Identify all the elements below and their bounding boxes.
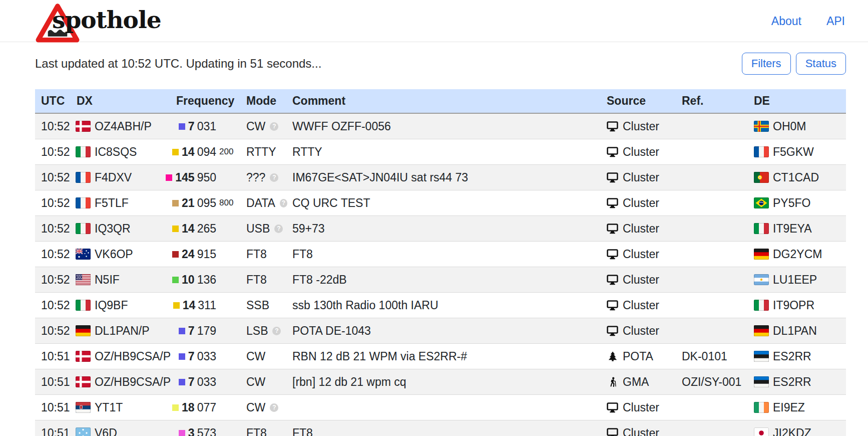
dx-callsign[interactable]: F4DXV [95, 171, 132, 184]
dx-callsign[interactable]: OZ/HB9CSA/P [95, 375, 171, 389]
spot-source-cell: GMA [601, 375, 676, 389]
spot-source-cell: Cluster [601, 426, 676, 436]
de-callsign[interactable]: CT1CAD [773, 171, 819, 184]
spot-time: 10:52 [35, 222, 73, 236]
spot-de-cell: IT9OPR [746, 299, 846, 312]
spot-comment: FT8 -22dB [287, 273, 601, 287]
mode-help-icon[interactable]: ? [272, 327, 281, 335]
dx-callsign[interactable]: IQ9BF [95, 299, 128, 312]
de-callsign[interactable]: F5GKW [773, 145, 814, 159]
flag-de-icon [754, 325, 769, 336]
filters-button[interactable]: Filters [742, 53, 791, 75]
band-color-square [179, 353, 185, 360]
monitor-icon [607, 249, 618, 260]
nav-link-api[interactable]: API [826, 15, 845, 28]
nav-link-about[interactable]: About [771, 15, 801, 28]
dx-callsign[interactable]: N5IF [95, 273, 120, 287]
dx-callsign[interactable]: OZ4ABH/P [95, 120, 152, 133]
source-label: Cluster [623, 222, 659, 236]
mode-help-icon[interactable]: ? [270, 173, 278, 182]
frequency-group: 145950 [172, 171, 216, 184]
mode-help-icon[interactable]: ? [274, 225, 283, 233]
flag-ax-icon [754, 121, 769, 132]
dx-callsign[interactable]: IQ3QR [95, 222, 131, 236]
de-callsign[interactable]: PY5FO [773, 196, 810, 210]
spot-comment: ssb 130th Radio 100th IARU [287, 299, 601, 312]
de-callsign[interactable]: JI2KDZ [773, 426, 811, 436]
dx-callsign[interactable]: IC8SQS [95, 145, 137, 159]
spot-mode-cell: DATA? [242, 196, 287, 210]
band-color-square [166, 174, 172, 181]
status-button[interactable]: Status [796, 53, 846, 75]
brand-name: spothole [52, 6, 161, 34]
pine-tree-icon [607, 351, 618, 361]
spot-frequency-cell: 10136 [172, 273, 242, 287]
frequency-group: 3573 [172, 426, 216, 436]
flag-fr-icon [754, 146, 769, 157]
table-row: 10:52F5TLF21095800DATA?CQ URC TESTCluste… [35, 190, 846, 216]
band-color-square [172, 277, 179, 283]
flag-it-icon [76, 146, 91, 157]
site-logo[interactable]: spothole [35, 2, 195, 41]
source-label: Cluster [623, 273, 659, 287]
dx-callsign[interactable]: DL1PAN/P [95, 324, 150, 338]
de-callsign[interactable]: IT9OPR [773, 299, 814, 312]
spot-time: 10:52 [35, 273, 73, 287]
spot-mode-cell: FT8 [242, 273, 287, 287]
frequency-group: 24915 [172, 248, 216, 261]
de-callsign[interactable]: DG2YCM [773, 248, 822, 261]
source-label: Cluster [623, 171, 659, 184]
spot-frequency-cell: 145950 [172, 171, 242, 184]
frequency-group: 14265 [172, 222, 216, 236]
spot-time: 10:51 [35, 401, 73, 414]
monitor-icon [607, 198, 618, 208]
frequency-group: 10136 [172, 273, 216, 287]
de-callsign[interactable]: ES2RR [773, 375, 811, 389]
mode-help-icon[interactable]: ? [270, 122, 278, 131]
de-callsign[interactable]: DL1PAN [773, 324, 817, 338]
spot-de-cell: PY5FO [746, 196, 846, 210]
dx-callsign[interactable]: VK6OP [95, 248, 133, 261]
mode-label: LSB [246, 324, 268, 338]
de-callsign[interactable]: IT9EYA [773, 222, 812, 236]
spot-time: 10:52 [35, 248, 73, 261]
mode-label: RTTY [246, 145, 276, 159]
de-callsign[interactable]: EI9EZ [773, 401, 805, 414]
flag-fr-icon [76, 197, 91, 208]
mode-help-icon[interactable]: ? [280, 199, 287, 207]
spot-comment: RTTY [287, 145, 601, 159]
spot-de-cell: IT9EYA [746, 222, 846, 236]
spot-de-cell: ES2RR [746, 375, 846, 389]
monitor-icon [607, 121, 618, 132]
spot-time: 10:52 [35, 145, 73, 159]
flag-ar-icon [754, 274, 769, 285]
de-callsign[interactable]: LU1EEP [773, 273, 817, 287]
spot-time: 10:52 [35, 171, 73, 184]
source-label: GMA [623, 375, 649, 389]
spot-time: 10:51 [35, 350, 73, 363]
spot-source-cell: Cluster [601, 145, 676, 159]
de-callsign[interactable]: ES2RR [773, 350, 811, 363]
dx-callsign[interactable]: YT1T [95, 401, 123, 414]
band-color-square [172, 251, 179, 258]
mode-help-icon[interactable]: ? [270, 403, 278, 412]
frequency-value: 7033 [188, 375, 216, 389]
dx-callsign[interactable]: F5TLF [95, 196, 129, 210]
de-callsign[interactable]: OH0M [773, 120, 806, 133]
dx-callsign[interactable]: V6D [95, 426, 117, 436]
table-row: 10:52OZ4ABH/P7031CW?WWFF OZFF-0056Cluste… [35, 114, 846, 139]
spot-source-cell: Cluster [601, 222, 676, 236]
dx-callsign[interactable]: OZ/HB9CSA/P [95, 350, 171, 363]
frequency-group: 7031 [172, 120, 216, 133]
spot-source-cell: POTA [601, 350, 676, 363]
table-row: 10:52VK6OP24915FT8FT8ClusterDG2YCM [35, 242, 846, 267]
mode-label: SSB [246, 299, 269, 312]
spot-mode-cell: CW? [242, 120, 287, 133]
spots-table: UTC DX Frequency Mode Comment Source Ref… [35, 89, 846, 436]
spot-frequency-cell: 3573 [172, 426, 242, 436]
spot-de-cell: CT1CAD [746, 171, 846, 184]
frequency-group: 21095 [172, 196, 216, 210]
spot-dx-cell: OZ4ABH/P [73, 120, 172, 133]
spot-dx-cell: VK6OP [73, 248, 172, 261]
spot-source-cell: Cluster [601, 196, 676, 210]
